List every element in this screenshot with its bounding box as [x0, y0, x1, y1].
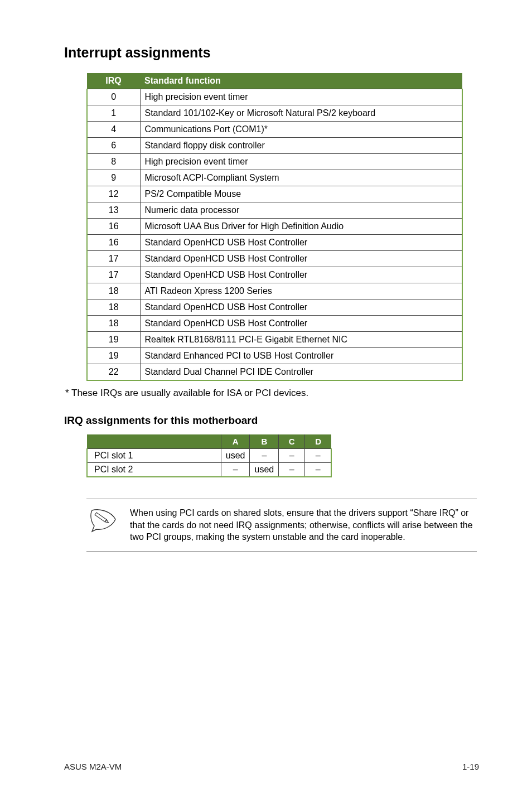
table-row: 17Standard OpenHCD USB Host Controller [87, 251, 462, 267]
irq-function-cell: Standard floppy disk controller [140, 138, 462, 154]
irq-number-cell: 9 [87, 170, 140, 186]
irq-function-cell: Standard OpenHCD USB Host Controller [140, 316, 462, 332]
irq-number-cell: 19 [87, 348, 140, 364]
irq-number-cell: 16 [87, 219, 140, 235]
irq-header-irq: IRQ [87, 73, 140, 89]
irq-function-cell: Communications Port (COM1)* [140, 122, 462, 138]
irq-function-cell: Standard OpenHCD USB Host Controller [140, 251, 462, 267]
irq-number-cell: 18 [87, 316, 140, 332]
irq-function-cell: Standard Enhanced PCI to USB Host Contro… [140, 348, 462, 364]
table-row: 8High precision event timer [87, 154, 462, 170]
irq-function-cell: PS/2 Compatible Mouse [140, 186, 462, 202]
table-row: 16Standard OpenHCD USB Host Controller [87, 235, 462, 251]
slot-assignment-cell: used [221, 449, 250, 463]
irq-number-cell: 19 [87, 332, 140, 348]
irq-function-cell: Standard 101/102-Key or Microsoft Natura… [140, 105, 462, 122]
page-footer: ASUS M2A-VM 1-19 [64, 762, 479, 771]
table-row: PCI slot 2–used–– [87, 463, 331, 477]
table-row: 16Microsoft UAA Bus Driver for High Defi… [87, 219, 462, 235]
irq-function-cell: Microsoft UAA Bus Driver for High Defini… [140, 219, 462, 235]
slot-assignment-cell: – [305, 449, 331, 463]
table-row: 1Standard 101/102-Key or Microsoft Natur… [87, 105, 462, 122]
table-row: 19Realtek RTL8168/8111 PCI-E Gigabit Eth… [87, 332, 462, 348]
table-row: 18ATI Radeon Xpress 1200 Series [87, 283, 462, 299]
slot-table: ABCD PCI slot 1used–––PCI slot 2–used–– [86, 434, 332, 477]
slot-header-blank [87, 434, 221, 449]
irq-function-cell: Numeric data processor [140, 202, 462, 219]
irq-function-cell: Standard Dual Channel PCI IDE Controller [140, 364, 462, 381]
irq-number-cell: 1 [87, 105, 140, 122]
table-row: 4Communications Port (COM1)* [87, 122, 462, 138]
footer-left: ASUS M2A-VM [64, 762, 122, 771]
slot-name-cell: PCI slot 1 [87, 449, 221, 463]
table-row: 18Standard OpenHCD USB Host Controller [87, 316, 462, 332]
irq-function-cell: High precision event timer [140, 154, 462, 170]
table-row: 18Standard OpenHCD USB Host Controller [87, 299, 462, 316]
svg-rect-0 [95, 513, 107, 522]
slot-assignment-cell: – [305, 463, 331, 477]
table-row: 0High precision event timer [87, 89, 462, 105]
irq-number-cell: 18 [87, 299, 140, 316]
irq-number-cell: 6 [87, 138, 140, 154]
slot-assignment-cell: – [250, 449, 279, 463]
irq-number-cell: 17 [87, 267, 140, 283]
table-row: 9Microsoft ACPI-Compliant System [87, 170, 462, 186]
irq-function-cell: Standard OpenHCD USB Host Controller [140, 267, 462, 283]
irq-number-cell: 13 [87, 202, 140, 219]
irq-number-cell: 22 [87, 364, 140, 381]
table-row: 13Numeric data processor [87, 202, 462, 219]
pencil-icon [86, 507, 120, 533]
note-text: When using PCI cards on shared slots, en… [130, 507, 477, 543]
note-block: When using PCI cards on shared slots, en… [86, 499, 477, 552]
table-row: 12PS/2 Compatible Mouse [87, 186, 462, 202]
subheading: IRQ assignments for this motherboard [64, 414, 479, 427]
slot-header: A [221, 434, 250, 449]
slot-header: D [305, 434, 331, 449]
slot-header: B [250, 434, 279, 449]
irq-function-cell: ATI Radeon Xpress 1200 Series [140, 283, 462, 299]
irq-function-cell: Standard OpenHCD USB Host Controller [140, 235, 462, 251]
slot-assignment-cell: – [279, 463, 305, 477]
slot-header: C [279, 434, 305, 449]
footer-right: 1-19 [462, 762, 479, 771]
irq-function-cell: Realtek RTL8168/8111 PCI-E Gigabit Ether… [140, 332, 462, 348]
slot-name-cell: PCI slot 2 [87, 463, 221, 477]
slot-assignment-cell: used [250, 463, 279, 477]
table-row: 19Standard Enhanced PCI to USB Host Cont… [87, 348, 462, 364]
table-row: 17Standard OpenHCD USB Host Controller [87, 267, 462, 283]
irq-table: IRQ Standard function 0High precision ev… [86, 73, 463, 381]
irq-number-cell: 4 [87, 122, 140, 138]
table-row: PCI slot 1used––– [87, 449, 331, 463]
irq-function-cell: High precision event timer [140, 89, 462, 105]
irq-header-func: Standard function [140, 73, 462, 89]
irq-number-cell: 18 [87, 283, 140, 299]
irq-footnote: * These IRQs are usually available for I… [65, 388, 479, 399]
table-row: 22Standard Dual Channel PCI IDE Controll… [87, 364, 462, 381]
irq-number-cell: 16 [87, 235, 140, 251]
irq-number-cell: 17 [87, 251, 140, 267]
slot-assignment-cell: – [221, 463, 250, 477]
irq-function-cell: Microsoft ACPI-Compliant System [140, 170, 462, 186]
slot-assignment-cell: – [279, 449, 305, 463]
table-row: 6Standard floppy disk controller [87, 138, 462, 154]
irq-function-cell: Standard OpenHCD USB Host Controller [140, 299, 462, 316]
irq-number-cell: 12 [87, 186, 140, 202]
irq-number-cell: 8 [87, 154, 140, 170]
page-heading: Interrupt assignments [64, 45, 479, 61]
irq-number-cell: 0 [87, 89, 140, 105]
